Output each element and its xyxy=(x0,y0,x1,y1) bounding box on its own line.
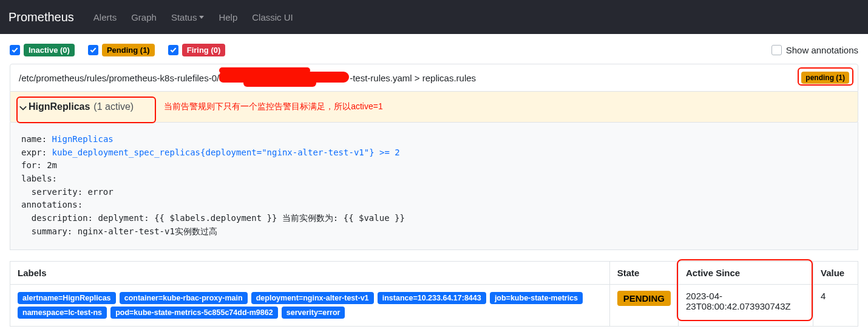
alert-active-count: (1 active) xyxy=(93,101,134,112)
td-state: PENDING xyxy=(609,284,678,326)
rule-file-path: /etc/prometheus/rules/prometheus-k8s-rul… xyxy=(19,71,801,84)
show-annotations-toggle[interactable]: Show annotations xyxy=(771,45,858,55)
alerts-table: Labels State Active Since Value alertnam… xyxy=(10,261,858,327)
filter-pending[interactable]: Pending (1) xyxy=(88,44,155,56)
table-header-row: Labels State Active Since Value xyxy=(10,261,858,284)
label-pill[interactable]: deployment=nginx-alter-test-v1 xyxy=(251,292,374,304)
alert-rule-row[interactable]: HignReplicas (1 active) 当前告警规则下只有一个监控告警目… xyxy=(10,92,858,123)
annotation-overlay-text: 当前告警规则下只有一个监控告警目标满足，所以active=1 xyxy=(164,101,383,112)
th-since-text: Active Since xyxy=(686,268,740,278)
state-badge-pending: PENDING xyxy=(617,291,671,306)
yaml-expr-value[interactable]: kube_deployment_spec_replicas{deployment… xyxy=(52,148,400,157)
filter-inactive[interactable]: Inactive (0) xyxy=(10,44,75,56)
checkbox-checked-icon xyxy=(88,45,98,55)
yaml-line: description: deplyment: {{ $labels.deplo… xyxy=(21,213,405,223)
navbar: Prometheus Alerts Graph Status Help Clas… xyxy=(0,0,868,34)
chevron-down-icon xyxy=(19,104,25,110)
nav-status[interactable]: Status xyxy=(164,7,212,27)
label-pill[interactable]: namespace=lc-test-ns xyxy=(18,307,107,319)
nav-graph[interactable]: Graph xyxy=(124,7,164,27)
th-state: State xyxy=(609,261,678,284)
checkbox-checked-icon xyxy=(168,45,178,55)
yaml-name-value[interactable]: HignReplicas xyxy=(52,134,114,144)
firing-badge: Firing (0) xyxy=(182,44,226,56)
label-pill[interactable]: job=kube-state-metrics xyxy=(490,292,583,304)
table-row: alertname=HignReplicas container=kube-rb… xyxy=(10,284,858,326)
yaml-key: name: xyxy=(21,134,47,144)
yaml-line: annotations: xyxy=(21,200,83,209)
yaml-line: summary: nginx-alter-test-v1实例数过高 xyxy=(21,226,217,236)
main-content: Inactive (0) Pending (1) Firing (0) Show… xyxy=(0,34,868,329)
path-suffix: -test-rules.yaml > replicas.rules xyxy=(350,73,476,83)
th-value: Value xyxy=(813,261,858,284)
nav-classic-ui[interactable]: Classic UI xyxy=(245,7,300,27)
redacted-region xyxy=(219,71,350,84)
navbar-brand[interactable]: Prometheus xyxy=(8,10,74,24)
path-prefix: /etc/prometheus/rules/prometheus-k8s-rul… xyxy=(19,73,219,83)
nav-status-label: Status xyxy=(171,12,197,22)
rule-yaml: name: HignReplicas expr: kube_deployment… xyxy=(21,133,847,239)
pending-count-badge: pending (1) xyxy=(801,72,849,84)
yaml-key: expr: xyxy=(21,148,47,157)
th-labels: Labels xyxy=(10,261,610,284)
rule-file-header[interactable]: /etc/prometheus/rules/prometheus-k8s-rul… xyxy=(10,64,858,92)
inactive-badge: Inactive (0) xyxy=(24,44,75,56)
td-active-since: 2023-04-23T08:00:42.073930743Z xyxy=(679,284,813,326)
yaml-line: serverity: error xyxy=(21,187,114,197)
label-pill[interactable]: alertname=HignReplicas xyxy=(18,292,116,304)
pending-badge: Pending (1) xyxy=(102,44,155,56)
yaml-line: labels: xyxy=(21,174,57,183)
filter-left: Inactive (0) Pending (1) Firing (0) xyxy=(10,44,225,56)
td-value: 4 xyxy=(813,284,858,326)
rule-detail-panel: name: HignReplicas expr: kube_deployment… xyxy=(10,122,858,250)
filter-firing[interactable]: Firing (0) xyxy=(168,44,226,56)
label-pill[interactable]: instance=10.233.64.17:8443 xyxy=(378,292,486,304)
filter-bar: Inactive (0) Pending (1) Firing (0) Show… xyxy=(10,40,858,64)
nav-alerts[interactable]: Alerts xyxy=(86,7,124,27)
alert-name: HignReplicas xyxy=(29,101,90,112)
checkbox-checked-icon xyxy=(10,45,20,55)
alert-expander: HignReplicas (1 active) xyxy=(19,101,134,112)
label-pill[interactable]: pod=kube-state-metrics-5c855c74dd-m9862 xyxy=(110,307,278,319)
td-labels: alertname=HignReplicas container=kube-rb… xyxy=(10,284,610,326)
th-active-since: Active Since xyxy=(679,261,813,284)
nav-help[interactable]: Help xyxy=(211,7,245,27)
chevron-down-icon xyxy=(199,16,204,19)
label-pill[interactable]: serverity=error xyxy=(282,307,345,319)
checkbox-unchecked-icon xyxy=(771,45,782,55)
show-annotations-label: Show annotations xyxy=(786,45,858,55)
yaml-line: for: 2m xyxy=(21,160,57,170)
label-pill[interactable]: container=kube-rbac-proxy-main xyxy=(120,292,248,304)
